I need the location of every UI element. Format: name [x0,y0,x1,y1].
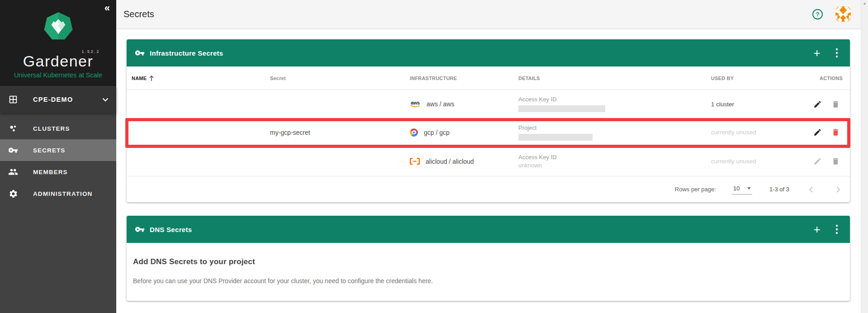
user-avatar[interactable] [835,5,852,23]
clusters-icon [8,123,19,134]
rows-per-page-select[interactable]: 10 [731,184,752,194]
sidebar-nav: CLUSTERS SECRETS MEMBERS [0,113,116,204]
rows-per-page-label: Rows per page: [675,186,716,193]
delete-secret-button[interactable] [831,128,840,137]
plus-icon: + [813,47,820,59]
used-by-value: currently unused [711,158,805,165]
dns-panel-header: DNS Secrets + [127,216,850,243]
sidebar-item-label: ADMINISTRATION [33,190,92,197]
details-label: Project [518,124,711,131]
members-icon [8,166,19,177]
table-row: alicloud / alicloud Access Key ID unknow… [127,147,850,176]
add-dns-secret-button[interactable]: + [809,221,825,237]
panel-menu-button[interactable] [829,45,845,61]
plus-icon: + [813,223,820,235]
table-row: aws aws / aws Access Key ID 1 cluster [127,90,850,119]
dns-empty-description: Before you can use your DNS Provider acc… [133,277,841,285]
collapse-sidebar-button[interactable]: « [104,2,110,14]
used-by-value: 1 cluster [711,101,805,108]
redacted-details-value [518,134,593,141]
sidebar-item-clusters[interactable]: CLUSTERS [0,118,116,139]
dns-empty-heading: Add DNS Secrets to your project [133,257,841,266]
sidebar-item-members[interactable]: MEMBERS [0,161,116,183]
gardener-logo [43,12,73,43]
panel-title: Infrastructure Secrets [150,49,223,57]
project-selector[interactable]: CPE-DEMO [0,86,116,113]
next-page-button [833,184,844,195]
sort-ascending-icon [149,75,154,81]
previous-page-button [806,184,816,195]
project-selector-label: CPE-DEMO [33,96,73,103]
header-actions: ? [812,5,852,23]
column-header-name[interactable]: NAME [132,75,270,81]
infrastructure-value: gcp / gcp [424,129,450,136]
help-button[interactable]: ? [812,9,823,19]
delete-secret-button [831,157,840,166]
details-label: Access Key ID [518,154,711,161]
rows-per-page-value: 10 [733,185,740,192]
app-title: Gardener [0,52,116,70]
table-pagination: Rows per page: 10 1-3 of 3 [127,176,850,202]
key-icon [135,224,145,234]
page-header: Secrets ? [116,0,868,28]
chevron-right-icon [836,186,840,193]
sidebar-teaser: « 1.52.2 Gardener Universal Kubernetes a… [0,0,116,86]
infrastructure-secrets-panel: Infrastructure Secrets + NAME [127,39,850,202]
dns-secrets-panel: DNS Secrets + Add DNS Secrets to your pr… [127,216,850,301]
dns-panel-body: Add DNS Secrets to your project Before y… [127,243,850,301]
gcp-icon [410,128,418,137]
infrastructure-value: alicloud / alicloud [426,158,474,165]
content-area: Infrastructure Secrets + NAME [116,28,868,313]
scroll-up-arrow[interactable]: ▲ [861,1,868,5]
chevron-left-icon [809,186,813,193]
alicloud-icon [410,158,420,165]
panel-actions: + [809,221,845,237]
add-secret-button[interactable]: + [809,45,825,61]
app-subtitle: Universal Kubernetes at Scale [0,71,116,79]
redacted-details-value [518,105,605,112]
panel-menu-button[interactable] [829,221,845,237]
edit-secret-button[interactable] [813,100,822,109]
column-header-used-by[interactable]: USED BY [711,76,805,81]
sidebar-item-label: SECRETS [33,147,65,154]
project-grid-icon [8,94,19,105]
key-icon [8,145,19,156]
aws-icon: aws [410,100,421,108]
details-label: Access Key ID [518,96,711,103]
table-row-highlighted: my-gcp-secret gcp / gcp Project currentl… [127,119,850,147]
infrastructure-value: aws / aws [427,100,454,108]
sidebar-item-administration[interactable]: ADMINISTRATION [0,183,116,204]
column-header-details[interactable]: DETAILS [518,76,711,81]
delete-secret-button [831,100,840,109]
infrastructure-panel-header: Infrastructure Secrets + [127,39,850,66]
sidebar-item-label: CLUSTERS [33,125,70,132]
edit-secret-button [813,157,822,166]
panel-actions: + [809,45,845,61]
column-header-secret[interactable]: Secret [270,76,410,81]
column-header-infrastructure[interactable]: INFRASTRUCTURE [410,76,518,81]
panel-title: DNS Secrets [150,226,192,233]
gear-icon [8,188,19,199]
table-header-row: NAME Secret INFRASTRUCTURE DETAILS USED … [127,66,850,90]
pagination-range-label: 1-3 of 3 [769,186,789,193]
sidebar-item-secrets[interactable]: SECRETS [0,139,116,161]
caret-down-icon [747,187,751,190]
key-icon [135,48,145,58]
main-area: Secrets ? [116,0,868,313]
column-header-actions: ACTIONS [805,76,850,81]
chevron-down-icon [102,98,109,102]
sidebar-item-label: MEMBERS [33,169,68,175]
details-value: unknown [518,162,711,169]
vertical-dots-icon [835,48,838,58]
edit-secret-button[interactable] [813,128,822,137]
vertical-dots-icon [835,224,838,234]
used-by-value: currently unused [711,129,805,136]
sidebar: « 1.52.2 Gardener Universal Kubernetes a… [0,0,116,313]
scrollbar[interactable]: ▲ [861,0,868,313]
secret-name-value: my-gcp-secret [270,129,410,136]
page-title: Secrets [123,9,154,19]
